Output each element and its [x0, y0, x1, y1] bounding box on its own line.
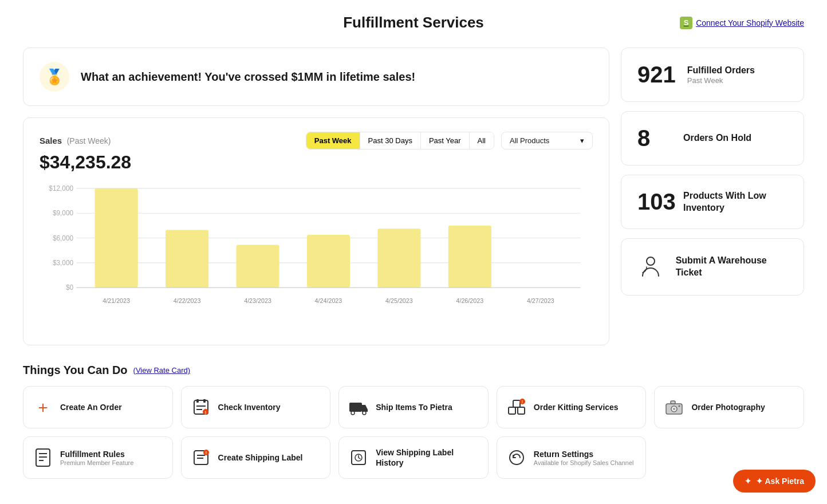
things-row-2: Fulfillment Rules Premium Member Feature…	[23, 436, 804, 479]
chart-amount: $34,235.28	[40, 152, 593, 173]
tab-past-30[interactable]: Past 30 Days	[360, 132, 421, 149]
svg-text:!: !	[205, 451, 206, 455]
svg-rect-18	[377, 229, 420, 288]
stat-card-warehouse-ticket[interactable]: Submit A Warehouse Ticket	[621, 238, 804, 296]
chart-header: Sales (Past Week) Past Week Past 30 Days…	[40, 132, 593, 149]
shopify-connect-link[interactable]: S Connect Your Shopify Website	[680, 17, 804, 29]
things-section: Things You Can Do (View Rate Card) ＋ Cre…	[23, 364, 804, 479]
svg-rect-35	[509, 407, 515, 414]
rate-card-link[interactable]: (View Rate Card)	[133, 366, 190, 375]
svg-point-24	[647, 257, 655, 265]
svg-text:4/23/2023: 4/23/2023	[244, 297, 271, 304]
svg-text:$9,000: $9,000	[53, 209, 74, 217]
svg-text:4/21/2023: 4/21/2023	[103, 297, 130, 304]
inventory-icon: !	[191, 397, 211, 418]
create-order-label: Create An Order	[60, 402, 122, 412]
return-icon	[506, 447, 527, 468]
svg-text:4/27/2023: 4/27/2023	[527, 297, 554, 304]
tab-all[interactable]: All	[470, 132, 494, 149]
camera-icon	[664, 397, 684, 418]
svg-rect-27	[203, 399, 206, 403]
history-icon	[348, 447, 369, 468]
ship-items-label: Ship Items To Pietra	[376, 402, 452, 412]
fulfilled-orders-info: Fulfilled Orders Past Week	[687, 65, 755, 85]
stat-card-fulfilled-orders[interactable]: 921 Fulfilled Orders Past Week	[621, 48, 804, 102]
svg-text:!: !	[204, 411, 206, 415]
action-create-shipping-label[interactable]: ! Create Shipping Label	[181, 436, 331, 479]
right-column: 921 Fulfilled Orders Past Week 8 Orders …	[621, 48, 804, 345]
svg-rect-14	[236, 245, 279, 288]
svg-text:$3,000: $3,000	[53, 259, 74, 267]
fulfilled-orders-number: 921	[637, 62, 676, 88]
ask-pietra-icon: ✦	[745, 477, 751, 486]
action-check-inventory[interactable]: ! Check Inventory	[181, 386, 331, 428]
action-return-settings[interactable]: Return Settings Available for Shopify Sa…	[497, 436, 647, 479]
action-shipping-history[interactable]: View Shipping Label History	[338, 436, 489, 479]
tab-past-week[interactable]: Past Week	[306, 132, 360, 149]
chart-controls: Past Week Past 30 Days Past Year All All…	[306, 132, 593, 149]
return-settings-label: Return Settings	[534, 449, 634, 459]
tab-past-year[interactable]: Past Year	[421, 132, 470, 149]
chart-title: Sales	[40, 136, 62, 145]
achievement-text: What an achievement! You've crossed $1MM…	[81, 70, 415, 84]
ask-pietra-button[interactable]: ✦ ✦ Ask Pietra	[733, 470, 816, 493]
kitting-icon: !	[506, 397, 527, 418]
order-photography-label: Order Photography	[691, 402, 765, 412]
svg-rect-10	[95, 188, 138, 288]
svg-text:4/24/2023: 4/24/2023	[315, 297, 342, 304]
low-inventory-info: Products With Low Inventory	[683, 190, 787, 214]
create-shipping-label-label: Create Shipping Label	[218, 452, 303, 463]
action-ship-items[interactable]: Ship Items To Pietra	[338, 386, 489, 428]
action-fulfillment-rules[interactable]: Fulfillment Rules Premium Member Feature	[23, 436, 173, 479]
left-column: 🏅 What an achievement! You've crossed $1…	[23, 48, 609, 345]
svg-rect-43	[671, 401, 675, 404]
orders-on-hold-info: Orders On Hold	[683, 132, 751, 144]
orders-on-hold-number: 8	[637, 125, 672, 151]
truck-icon	[348, 397, 369, 418]
page-header: Fulfillment Services S Connect Your Shop…	[23, 14, 804, 32]
svg-rect-20	[448, 226, 491, 288]
fulfilled-orders-label: Fulfilled Orders	[687, 65, 755, 77]
stat-card-orders-on-hold[interactable]: 8 Orders On Hold	[621, 111, 804, 166]
return-settings-sublabel: Available for Shopify Sales Channel	[534, 459, 634, 466]
return-settings-info: Return Settings Available for Shopify Sa…	[534, 449, 634, 466]
warehouse-ticket-label: Submit A Warehouse Ticket	[676, 255, 787, 279]
fulfillment-rules-sublabel: Premium Member Feature	[60, 459, 133, 466]
svg-rect-37	[513, 400, 520, 407]
fulfillment-rules-label: Fulfillment Rules	[60, 449, 133, 459]
warehouse-ticket-icon	[637, 253, 664, 281]
fulfilled-orders-sublabel: Past Week	[687, 76, 755, 85]
shipping-history-label: View Shipping Label History	[376, 447, 479, 468]
chart-subtitle: (Past Week)	[67, 136, 111, 145]
label-icon: !	[191, 447, 211, 468]
svg-rect-12	[166, 230, 208, 288]
things-row-1: ＋ Create An Order ! Check Invent	[23, 386, 804, 428]
stat-card-low-inventory[interactable]: 103 Products With Low Inventory	[621, 175, 804, 229]
svg-text:!: !	[522, 400, 523, 404]
chart-tab-group: Past Week Past 30 Days Past Year All	[306, 132, 494, 149]
order-kitting-label: Order Kitting Services	[534, 402, 619, 412]
svg-point-34	[363, 411, 366, 415]
action-order-photography[interactable]: Order Photography	[654, 386, 804, 428]
svg-text:$6,000: $6,000	[53, 234, 74, 242]
product-dropdown[interactable]: All Products ▾	[501, 132, 593, 149]
main-layout: 🏅 What an achievement! You've crossed $1…	[23, 48, 804, 345]
ask-pietra-label: ✦ Ask Pietra	[756, 477, 804, 486]
svg-rect-16	[307, 235, 350, 288]
fulfillment-rules-info: Fulfillment Rules Premium Member Feature	[60, 449, 133, 466]
svg-point-42	[673, 408, 676, 411]
things-title: Things You Can Do	[23, 364, 128, 377]
rules-icon	[33, 447, 53, 468]
svg-text:$0: $0	[66, 284, 74, 292]
plus-icon: ＋	[33, 397, 53, 418]
low-inventory-label: Products With Low Inventory	[683, 190, 787, 214]
action-order-kitting[interactable]: ! Order Kitting Services	[497, 386, 647, 428]
achievement-banner: 🏅 What an achievement! You've crossed $1…	[23, 48, 609, 106]
svg-rect-26	[196, 399, 199, 403]
svg-rect-32	[349, 403, 362, 412]
svg-text:4/22/2023: 4/22/2023	[174, 297, 201, 304]
action-create-order[interactable]: ＋ Create An Order	[23, 386, 173, 428]
sales-chart-card: Sales (Past Week) Past Week Past 30 Days…	[23, 117, 609, 345]
chart-area: $12,000 $9,000 $6,000 $3,000 $0 4/21/202…	[40, 182, 593, 331]
svg-rect-36	[518, 407, 525, 414]
